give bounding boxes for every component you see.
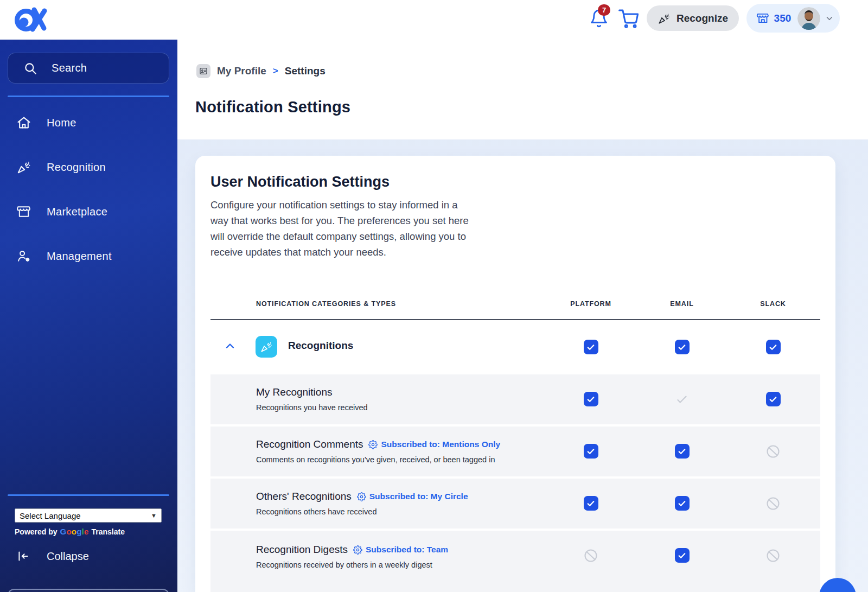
sidebar-bottom-card — [8, 589, 169, 592]
points-account-pill[interactable]: 350 — [746, 4, 840, 33]
points-balance: 350 — [774, 12, 792, 24]
sidebar: Search Home Recognition Marketplace Mana… — [0, 40, 177, 592]
recognize-button[interactable]: Recognize — [647, 5, 739, 31]
checkbox-recognitions-slack[interactable] — [741, 340, 806, 354]
party-popper-icon — [260, 340, 273, 353]
sidebar-item-label: Home — [47, 117, 76, 129]
blocked-recognition-digests-slack — [741, 548, 806, 563]
sidebar-divider — [8, 96, 169, 97]
recognitions-category-icon — [256, 336, 277, 358]
subscription-link[interactable]: Subscribed to: My Circle — [357, 492, 468, 501]
column-header-email: EMAIL — [649, 300, 714, 308]
sidebar-collapse-button[interactable]: Collapse — [0, 544, 177, 568]
storefront-icon — [16, 204, 31, 219]
sidebar-item-marketplace[interactable]: Marketplace — [0, 198, 177, 225]
collapse-icon — [16, 549, 30, 563]
search-input[interactable]: Search — [8, 53, 169, 84]
sidebar-item-management[interactable]: Management — [0, 243, 177, 270]
category-title: Recognitions — [288, 340, 353, 352]
user-avatar[interactable] — [797, 7, 820, 30]
home-icon — [16, 115, 31, 130]
breadcrumb-separator: > — [273, 66, 278, 77]
breadcrumb-settings: Settings — [285, 65, 326, 77]
row-subtitle: Recognitions others have received — [256, 507, 592, 516]
subscription-link-label: Subscribed to: Team — [366, 545, 448, 555]
checkbox-recognition-comments-platform[interactable] — [558, 444, 623, 459]
sidebar-item-home[interactable]: Home — [0, 109, 177, 136]
row-title: Recognition Digests — [256, 544, 348, 556]
breadcrumb: My Profile > Settings — [196, 63, 326, 79]
column-header-slack: SLACK — [741, 300, 806, 308]
checkbox-recognition-comments-email[interactable] — [649, 444, 714, 459]
cart-icon — [618, 8, 639, 29]
sidebar-item-label: Management — [47, 250, 112, 263]
checkbox-others-recognitions-platform[interactable] — [558, 496, 623, 511]
top-header: 7 Recognize 350 — [0, 0, 868, 40]
row-subtitle: Comments on recognitions you've given, r… — [256, 455, 592, 464]
google-translate-attribution: Powered by Google Translate — [15, 527, 162, 536]
row-subtitle: Recognitions received by others in a wee… — [256, 561, 592, 569]
subscription-link[interactable]: Subscribed to: Team — [353, 545, 448, 555]
person-gear-icon — [16, 249, 31, 264]
sidebar-item-label: Recognition — [47, 161, 106, 174]
checkmark-my-recognitions-email — [649, 392, 714, 406]
gear-icon — [368, 440, 378, 449]
collapse-label: Collapse — [47, 550, 89, 563]
sidebar-item-label: Marketplace — [47, 206, 107, 218]
storefront-icon — [756, 11, 770, 25]
profile-card-icon — [196, 64, 210, 78]
checkbox-my-recognitions-slack[interactable] — [741, 392, 806, 406]
row-title: Others' Recognitions — [256, 491, 352, 502]
party-popper-icon — [658, 12, 671, 25]
category-row-recognitions: Recognitions — [210, 321, 820, 372]
party-popper-icon — [16, 160, 31, 175]
collapse-category-chevron-icon[interactable] — [224, 340, 237, 353]
search-icon — [23, 61, 37, 75]
blocked-recognition-comments-slack — [741, 444, 806, 459]
notifications-button[interactable]: 7 — [589, 8, 613, 33]
search-label: Search — [52, 62, 87, 74]
column-header-categories: NOTIFICATION CATEGORIES & TYPES — [256, 300, 396, 308]
sidebar-divider — [8, 494, 169, 496]
sidebar-item-recognition[interactable]: Recognition — [0, 154, 177, 181]
checkbox-my-recognitions-platform[interactable] — [558, 392, 623, 406]
notification-settings-panel: User Notification Settings Configure you… — [195, 156, 835, 592]
gear-icon — [353, 545, 362, 555]
table-row: Recognition Digests Subscribed to: Team … — [210, 531, 820, 592]
subscription-link-label: Subscribed to: Mentions Only — [381, 440, 500, 449]
panel-description: Configure your notification settings to … — [210, 197, 470, 260]
checkbox-recognitions-email[interactable] — [649, 340, 714, 354]
table-row: Others' Recognitions Subscribed to: My C… — [210, 479, 820, 529]
language-select[interactable]: Select Language ▼ — [15, 508, 162, 523]
panel-heading: User Notification Settings — [210, 174, 390, 190]
notification-badge: 7 — [598, 4, 610, 16]
page-header-band — [177, 40, 868, 139]
row-title: Recognition Comments — [256, 438, 363, 450]
blocked-others-recognitions-slack — [741, 496, 806, 511]
blocked-recognition-digests-platform — [558, 548, 623, 563]
gear-icon — [357, 492, 366, 501]
checkbox-recognitions-platform[interactable] — [558, 340, 623, 354]
row-subtitle: Recognitions you have received — [256, 403, 592, 412]
language-select-value: Select Language — [20, 511, 81, 520]
table-row: Recognition Comments Subscribed to: Ment… — [210, 427, 820, 476]
app-logo[interactable] — [12, 3, 49, 36]
google-wordmark: Google — [60, 527, 89, 536]
checkbox-others-recognitions-email[interactable] — [649, 496, 714, 511]
checkbox-recognition-digests-email[interactable] — [649, 548, 714, 563]
chevron-down-icon[interactable] — [825, 14, 834, 23]
row-title: My Recognitions — [256, 386, 332, 398]
subscription-link-label: Subscribed to: My Circle — [369, 492, 468, 501]
table-header-rule — [210, 319, 820, 320]
column-header-platform: PLATFORM — [558, 300, 623, 308]
breadcrumb-my-profile[interactable]: My Profile — [217, 65, 266, 77]
select-chevron-icon: ▼ — [151, 512, 157, 519]
subscription-link[interactable]: Subscribed to: Mentions Only — [368, 440, 500, 449]
table-row: My Recognitions Recognitions you have re… — [210, 374, 820, 424]
recognize-button-label: Recognize — [676, 12, 728, 24]
page-title: Notification Settings — [195, 98, 350, 116]
cart-button[interactable] — [618, 8, 639, 30]
